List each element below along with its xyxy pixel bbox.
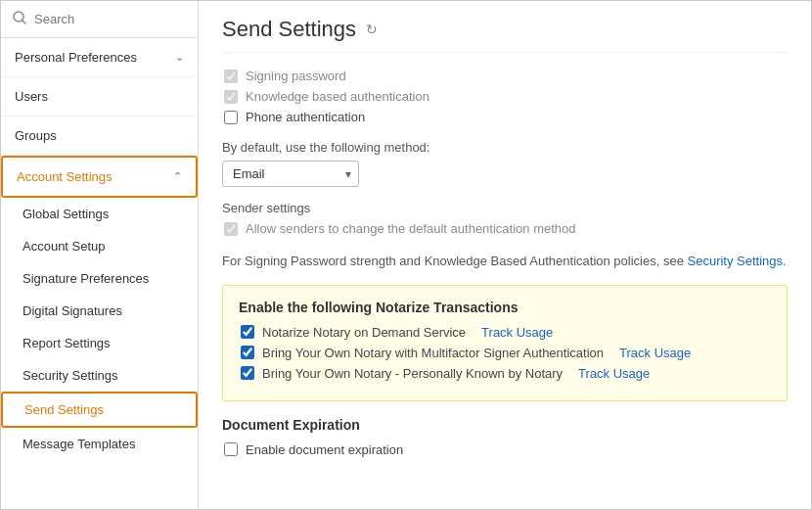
sidebar-sub-item-signature-preferences[interactable]: Signature Preferences — [1, 262, 198, 295]
sidebar-sub-label: Security Settings — [23, 368, 118, 383]
refresh-icon[interactable]: ↻ — [366, 22, 378, 37]
phone-auth-checkbox[interactable] — [224, 111, 238, 124]
notarize-item-2: Bring Your Own Notary - Personally Known… — [239, 366, 771, 381]
sidebar-item-groups[interactable]: Groups — [1, 116, 198, 156]
signing-password-label: Signing password — [246, 69, 346, 83]
track-usage-link-0[interactable]: Track Usage — [481, 325, 553, 340]
notarize-checkbox-1[interactable] — [241, 346, 254, 359]
signing-password-checkbox[interactable] — [224, 70, 238, 83]
knowledge-based-row: Knowledge based authentication — [222, 89, 788, 104]
sidebar-sub-item-digital-signatures[interactable]: Digital Signatures — [1, 295, 198, 327]
enable-doc-expiry-row: Enable document expiration — [222, 442, 788, 457]
search-input[interactable] — [34, 12, 186, 26]
sender-settings-section: Sender settings Allow senders to change … — [222, 201, 788, 236]
default-method-section: By default, use the following method: Em… — [222, 140, 788, 187]
enable-doc-expiry-label: Enable document expiration — [246, 442, 403, 457]
app-window: Personal Preferences ⌄ Users Groups Acco… — [0, 0, 812, 510]
default-method-label: By default, use the following method: — [222, 140, 788, 155]
sidebar-sub-label: Signature Preferences — [23, 271, 149, 286]
allow-change-label: Allow senders to change the default auth… — [246, 221, 576, 236]
sender-settings-label: Sender settings — [222, 201, 788, 215]
sidebar-item-users[interactable]: Users — [1, 77, 198, 116]
sidebar-sub-label: Digital Signatures — [23, 303, 122, 318]
sidebar-item-account-settings[interactable]: Account Settings ⌃ — [1, 156, 198, 198]
sidebar-sub-label: Message Templates — [23, 437, 135, 451]
sidebar-sub-item-send-settings[interactable]: Send Settings — [1, 392, 198, 428]
search-icon — [13, 11, 26, 27]
auth-options-section: Signing password Knowledge based authent… — [222, 69, 788, 124]
info-text: For Signing Password strength and Knowle… — [222, 252, 788, 271]
sidebar-sub-item-security-settings[interactable]: Security Settings — [1, 359, 198, 392]
notarize-label-1: Bring Your Own Notary with Multifactor S… — [262, 346, 604, 360]
signing-password-row: Signing password — [222, 69, 788, 83]
main-content: Send Settings ↻ Signing password Knowled… — [199, 1, 811, 509]
allow-change-row: Allow senders to change the default auth… — [222, 221, 788, 236]
page-title: Send Settings — [222, 17, 356, 42]
default-method-select-wrapper: Email SMS Phone — [222, 161, 359, 187]
sidebar-item-personal-preferences[interactable]: Personal Preferences ⌄ — [1, 38, 198, 77]
sidebar-item-label: Account Settings — [17, 169, 113, 184]
notarize-checkbox-0[interactable] — [241, 325, 254, 339]
notarize-box: Enable the following Notarize Transactio… — [222, 285, 788, 401]
sidebar-sub-item-message-templates[interactable]: Message Templates — [1, 428, 198, 460]
track-usage-link-2[interactable]: Track Usage — [578, 366, 650, 381]
sidebar-item-label: Users — [15, 89, 48, 104]
track-usage-link-1[interactable]: Track Usage — [619, 346, 691, 360]
notarize-item-0: Notarize Notary on Demand Service Track … — [239, 325, 771, 340]
svg-line-1 — [23, 21, 26, 24]
sidebar-sub-item-global-settings[interactable]: Global Settings — [1, 198, 198, 230]
chevron-down-icon: ⌄ — [175, 51, 184, 64]
sidebar-item-label: Personal Preferences — [15, 50, 137, 65]
notarize-box-title: Enable the following Notarize Transactio… — [239, 300, 771, 315]
notarize-checkbox-2[interactable] — [241, 366, 254, 380]
phone-auth-label: Phone authentication — [246, 110, 365, 124]
knowledge-based-label: Knowledge based authentication — [246, 89, 429, 104]
security-settings-link[interactable]: Security Settings. — [688, 254, 787, 268]
info-text-content: For Signing Password strength and Knowle… — [222, 254, 688, 268]
sidebar-sub-label: Report Settings — [23, 336, 111, 350]
doc-expiry-title: Document Expiration — [222, 417, 788, 433]
default-method-select[interactable]: Email SMS Phone — [222, 161, 359, 187]
knowledge-based-checkbox[interactable] — [224, 90, 238, 104]
notarize-label-2: Bring Your Own Notary - Personally Known… — [262, 366, 563, 381]
notarize-label-0: Notarize Notary on Demand Service — [262, 325, 466, 340]
sidebar-sub-label: Account Setup — [23, 239, 106, 254]
sidebar-sub-item-report-settings[interactable]: Report Settings — [1, 327, 198, 359]
enable-doc-expiry-checkbox[interactable] — [224, 442, 238, 456]
notarize-item-1: Bring Your Own Notary with Multifactor S… — [239, 346, 771, 360]
chevron-up-icon: ⌃ — [173, 170, 182, 183]
sidebar-sub-item-account-setup[interactable]: Account Setup — [1, 230, 198, 262]
page-title-row: Send Settings ↻ — [222, 17, 788, 53]
sidebar-item-label: Groups — [15, 128, 57, 143]
sidebar-sub-label: Global Settings — [23, 207, 109, 221]
sidebar: Personal Preferences ⌄ Users Groups Acco… — [1, 1, 199, 509]
doc-expiry-section: Document Expiration Enable document expi… — [222, 417, 788, 457]
allow-change-checkbox[interactable] — [224, 222, 238, 236]
sidebar-sub-label: Send Settings — [24, 402, 104, 417]
phone-auth-row: Phone authentication — [222, 110, 788, 124]
search-box[interactable] — [1, 1, 198, 38]
